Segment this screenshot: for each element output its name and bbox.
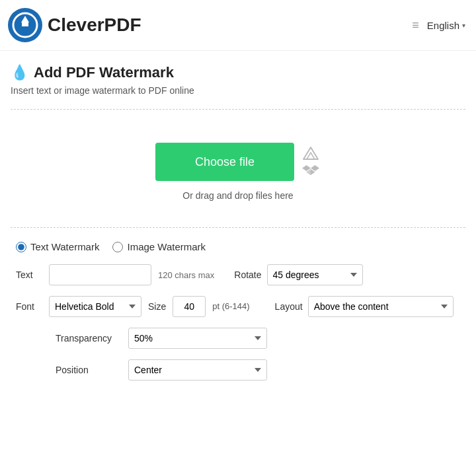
- pt-range-label: pt (6-144): [212, 301, 249, 312]
- position-select[interactable]: Center Top Left Top Right Bottom Left Bo…: [128, 359, 267, 381]
- svg-marker-7: [307, 153, 315, 159]
- header: CleverPDF ≡ English ▾: [0, 0, 476, 51]
- hamburger-icon[interactable]: ≡: [412, 19, 419, 31]
- upload-area: Choose file: [11, 129, 465, 221]
- rotate-label: Rotate: [234, 270, 261, 280]
- chars-max-label: 120 chars max: [158, 270, 214, 280]
- page-title: Add PDF Watermark: [34, 64, 174, 81]
- layout-label: Layout: [275, 301, 303, 312]
- logo-icon: [8, 8, 42, 42]
- divider-bottom: [11, 227, 465, 228]
- watermark-options: Text Watermark Image Watermark Text 120 …: [11, 241, 465, 381]
- page-subtitle: Insert text or image watermark to PDF on…: [11, 85, 465, 96]
- position-label: Position: [56, 365, 122, 375]
- text-watermark-option[interactable]: Text Watermark: [16, 241, 99, 252]
- font-size-layout-row: Font Helvetica Bold Arial Times New Roma…: [16, 296, 460, 317]
- page-content: 💧 Add PDF Watermark Insert text or image…: [0, 51, 476, 404]
- svg-rect-5: [22, 26, 28, 30]
- divider-top: [11, 109, 465, 110]
- language-selector[interactable]: English ▾: [427, 20, 465, 31]
- choose-file-button[interactable]: Choose file: [155, 143, 294, 181]
- font-select[interactable]: Helvetica Bold Arial Times New Roman: [49, 296, 141, 317]
- size-field-label: Size: [148, 301, 166, 312]
- position-row: Position Center Top Left Top Right Botto…: [16, 359, 460, 381]
- watermark-type-group: Text Watermark Image Watermark: [16, 241, 460, 252]
- upload-row: Choose file: [155, 143, 321, 181]
- transparency-label: Transparency: [56, 333, 122, 344]
- layout-select[interactable]: Above the content Below the content: [308, 296, 454, 317]
- size-input[interactable]: [173, 296, 206, 317]
- font-field-label: Font: [16, 301, 42, 312]
- logo-area: CleverPDF: [8, 8, 141, 42]
- text-watermark-radio[interactable]: [16, 242, 26, 252]
- brand-name: CleverPDF: [48, 15, 141, 36]
- drag-drop-text: Or drag and drop files here: [182, 190, 293, 201]
- transparency-row: Transparency 50% 25% 75% 100%: [16, 328, 460, 349]
- cloud-icons: [301, 146, 321, 178]
- text-input[interactable]: [49, 264, 151, 285]
- header-right: ≡ English ▾: [412, 19, 465, 31]
- language-label: English: [427, 20, 459, 31]
- text-field-label: Text: [16, 270, 42, 280]
- watermark-drop-icon: 💧: [11, 64, 28, 81]
- rotate-select[interactable]: 45 degrees 90 degrees 0 degrees 135 degr…: [267, 264, 363, 285]
- image-watermark-radio[interactable]: [112, 242, 123, 252]
- language-chevron: ▾: [462, 22, 465, 29]
- page-title-area: 💧 Add PDF Watermark: [11, 64, 465, 81]
- google-drive-icon[interactable]: [301, 146, 321, 161]
- image-watermark-label: Image Watermark: [127, 241, 206, 252]
- text-watermark-label: Text Watermark: [30, 241, 99, 252]
- image-watermark-option[interactable]: Image Watermark: [112, 241, 206, 252]
- layout-group: Layout Above the content Below the conte…: [270, 296, 454, 317]
- text-rotate-row: Text 120 chars max Rotate 45 degrees 90 …: [16, 264, 460, 285]
- rotate-group: Rotate 45 degrees 90 degrees 0 degrees 1…: [234, 264, 362, 285]
- dropbox-icon[interactable]: [301, 163, 321, 178]
- transparency-select[interactable]: 50% 25% 75% 100%: [128, 328, 267, 349]
